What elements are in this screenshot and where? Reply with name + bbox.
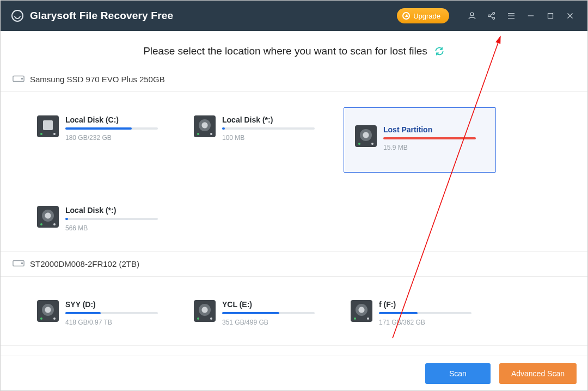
drive-icon [13,258,24,270]
app-title: Glarysoft File Recovery Free [30,10,173,22]
svg-point-8 [21,262,22,264]
svg-point-0 [470,13,474,16]
partition-info: Local Disk (*:) 100 MB [222,115,323,142]
usage-bar [222,127,315,130]
maximize-icon[interactable] [541,1,560,31]
scan-button[interactable]: Scan [425,363,491,384]
partition-info: Local Disk (C:) 180 GB/232 GB [65,115,167,142]
partition-size: 351 GB/499 GB [222,319,323,326]
usage-bar [222,312,315,314]
partition-info: YCL (E:) 351 GB/499 GB [222,300,323,326]
disk-header: ST2000DM008-2FR102 (2TB) [1,252,587,277]
partition-card[interactable]: Local Disk (C:) 180 GB/232 GB [30,107,174,150]
partition-name: YCL (E:) [222,300,323,309]
partition-info: SYY (D:) 418 GB/0.97 TB [65,300,167,326]
advanced-scan-button[interactable]: Advanced Scan [499,363,577,384]
partition-card[interactable]: Local Disk (*:) 566 MB [30,198,174,240]
share-icon[interactable] [482,1,501,31]
refresh-icon[interactable] [434,46,445,57]
app-logo-icon [11,10,23,22]
partition-size: 100 MB [222,134,323,142]
usage-bar [65,312,158,314]
partition-card[interactable]: YCL (E:) 351 GB/499 GB [187,292,330,334]
usage-bar [383,137,476,139]
partition-card[interactable]: f (F:) 171 GB/362 GB [344,292,487,334]
partition-card[interactable]: Lost Partition 15.9 MB [344,107,496,173]
svg-rect-4 [548,14,553,19]
partition-name: Local Disk (*:) [222,115,323,124]
disk-name: Samsung SSD 970 EVO Plus 250GB [30,75,165,84]
disk-icon [351,300,372,322]
disk-list[interactable]: Samsung SSD 970 EVO Plus 250GB Local Dis… [1,67,587,353]
disk-icon [37,115,59,137]
close-icon[interactable] [560,1,580,31]
partition-size: 180 GB/232 GB [65,134,167,142]
partition-name: Lost Partition [383,125,485,134]
disk-icon [37,206,59,228]
menu-icon[interactable] [501,1,521,31]
partition-size: 15.9 MB [383,144,485,151]
usage-bar [379,312,471,314]
partition-size: 171 GB/362 GB [379,319,480,326]
disk-icon [37,300,59,322]
partition-info: Local Disk (*:) 566 MB [65,206,167,232]
partition-grid: SYY (D:) 418 GB/0.97 TB YCL (E:) 351 GB/… [1,277,587,346]
upgrade-arrow-icon [402,12,410,20]
partition-size: 418 GB/0.97 TB [65,319,167,326]
drive-icon [13,74,24,85]
instruction-row: Please select the location where you wan… [1,31,587,67]
titlebar: Glarysoft File Recovery Free Upgrade [1,1,587,31]
usage-bar [65,127,158,130]
account-icon[interactable] [462,1,482,31]
disk-icon [355,125,377,147]
instruction-text: Please select the location where you wan… [143,45,427,57]
partition-name: SYY (D:) [65,300,167,309]
svg-point-6 [21,78,22,79]
usage-bar [65,218,158,220]
footer-bar: Scan Advanced Scan [1,356,587,390]
upgrade-label: Upgrade [413,12,440,20]
partition-info: Lost Partition 15.9 MB [383,125,485,151]
partition-card[interactable]: SYY (D:) 418 GB/0.97 TB [30,292,174,334]
disk-icon [194,115,216,137]
partition-name: Local Disk (C:) [65,115,167,124]
partition-name: f (F:) [379,300,480,309]
partition-card[interactable]: Local Disk (*:) 100 MB [187,107,330,150]
disk-name: ST2000DM008-2FR102 (2TB) [30,259,139,268]
partition-name: Local Disk (*:) [65,206,167,215]
disk-icon [194,300,216,322]
partition-size: 566 MB [65,224,167,232]
main-area: Please select the location where you wan… [1,31,587,356]
partition-grid: Local Disk (C:) 180 GB/232 GB Local Disk… [1,92,587,252]
partition-info: f (F:) 171 GB/362 GB [379,300,480,326]
minimize-icon[interactable] [521,1,541,31]
upgrade-button[interactable]: Upgrade [397,8,449,23]
disk-header: Samsung SSD 970 EVO Plus 250GB [1,67,587,92]
